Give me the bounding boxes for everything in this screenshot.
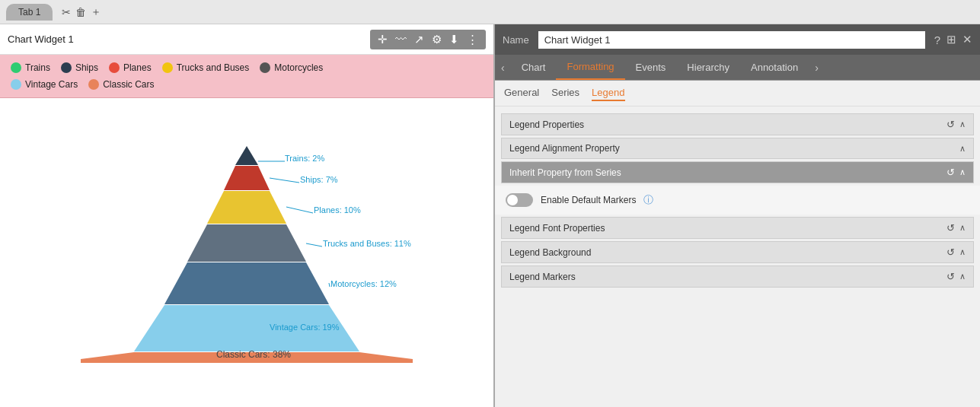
- tab-1[interactable]: Tab 1: [6, 4, 53, 21]
- legend-item-planes: Planes: [109, 62, 152, 73]
- tab-events[interactable]: Events: [625, 56, 677, 79]
- legend-alignment-label: Legend Alignment Property: [509, 143, 620, 154]
- info-icon[interactable]: ⓘ: [643, 193, 653, 207]
- ships-dot: [61, 62, 72, 73]
- planes-dot: [109, 62, 120, 73]
- collapse-icon-3[interactable]: ∧: [959, 223, 966, 233]
- header-icons: ? ⊞ ✕: [934, 33, 972, 46]
- toggle-row: Enable Default Markers ⓘ: [495, 186, 980, 215]
- subtab-series[interactable]: Series: [551, 85, 579, 101]
- segment-planes: [207, 191, 286, 224]
- section-legend-background: Legend Background ↺ ∧: [501, 241, 974, 263]
- legend-properties-header[interactable]: Legend Properties ↺ ∧: [501, 113, 974, 135]
- trains-label: Trains: [25, 62, 50, 73]
- section-legend-markers: Legend Markers ↺ ∧: [501, 266, 974, 288]
- legend-background-icons: ↺ ∧: [946, 246, 966, 258]
- right-header: Name ? ⊞ ✕: [495, 24, 980, 55]
- planes-label: Planes: [123, 62, 152, 73]
- motorcycles-dot: [260, 62, 270, 73]
- delete-icon[interactable]: 🗑: [75, 6, 86, 18]
- legend-item-vintage: Vintage Cars: [11, 79, 78, 90]
- collapse-icon-4[interactable]: ∧: [959, 247, 966, 257]
- legend-item-ships: Ships: [61, 62, 98, 73]
- segment-motorcycles: [164, 262, 329, 304]
- maximize-icon[interactable]: ⊞: [946, 33, 956, 46]
- legend-row-2: Vintage Cars Classic Cars: [11, 79, 483, 90]
- label-vintage: Vintage Cars: 19%: [270, 323, 340, 332]
- tab-formatting[interactable]: Formatting: [556, 55, 624, 80]
- toggle-knob: [507, 195, 518, 205]
- section-legend-font: Legend Font Properties ↺ ∧: [501, 217, 974, 239]
- cut-icon[interactable]: ✂: [62, 6, 71, 18]
- refresh-icon-3[interactable]: ↺: [946, 222, 955, 234]
- inherit-property-label: Inherit Property from Series: [509, 167, 621, 178]
- legend-item-trains: Trains: [11, 62, 50, 73]
- legend-alignment-header[interactable]: Legend Alignment Property ∧: [501, 138, 974, 159]
- tab-chart[interactable]: Chart: [511, 56, 557, 79]
- legend-markers-label: Legend Markers: [509, 272, 576, 282]
- tab-hierarchy[interactable]: Hierarchy: [676, 56, 740, 79]
- add-icon[interactable]: ＋: [91, 5, 101, 19]
- prev-tab-arrow[interactable]: ‹: [495, 56, 511, 80]
- motorcycles-label: Motorcycles: [274, 62, 323, 73]
- legend-row-1: Trains Ships Planes Trucks and Buses Mot…: [11, 62, 483, 73]
- refresh-icon-dark[interactable]: ↺: [946, 167, 955, 178]
- legend-font-icons: ↺ ∧: [946, 222, 966, 234]
- collapse-icon-dark[interactable]: ∧: [959, 167, 966, 177]
- trucks-dot: [162, 62, 173, 73]
- legend-font-label: Legend Font Properties: [509, 223, 605, 234]
- trains-dot: [11, 62, 21, 73]
- classic-label: Classic Cars: [103, 79, 154, 90]
- sub-tabs-row: General Series Legend: [495, 81, 980, 107]
- name-input[interactable]: [538, 31, 925, 49]
- widget-toolbar: ✛ 〰 ↗ ⚙ ⬇ ⋮: [370, 30, 486, 49]
- section-legend-properties: Legend Properties ↺ ∧: [501, 113, 974, 135]
- subtab-legend[interactable]: Legend: [592, 85, 624, 101]
- collapse-icon-1[interactable]: ∧: [959, 119, 966, 129]
- classic-dot: [88, 79, 99, 90]
- inherit-property-header[interactable]: Inherit Property from Series ↺ ∧: [501, 161, 974, 183]
- move-icon[interactable]: ✛: [378, 33, 388, 46]
- legend-markers-header[interactable]: Legend Markers ↺ ∧: [501, 266, 974, 288]
- legend-area: Trains Ships Planes Trucks and Buses Mot…: [0, 55, 493, 98]
- download-icon[interactable]: ⬇: [449, 33, 459, 46]
- line-motorcycles: [329, 283, 330, 287]
- legend-background-header[interactable]: Legend Background ↺ ∧: [501, 241, 974, 263]
- default-markers-toggle[interactable]: [506, 193, 533, 207]
- segment-trains: [235, 146, 258, 165]
- pyramid-chart: Trains: 2% Ships: 7% Planes: 10% Trucks …: [64, 131, 429, 374]
- top-bar: Tab 1 ✂ 🗑 ＋: [0, 0, 980, 24]
- tab-annotation[interactable]: Annotation: [740, 56, 809, 79]
- close-icon[interactable]: ✕: [962, 33, 972, 46]
- label-planes: Planes: 10%: [314, 205, 361, 215]
- legend-properties-label: Legend Properties: [509, 119, 584, 130]
- toggle-label: Enable Default Markers: [541, 195, 636, 205]
- legend-markers-icons: ↺ ∧: [946, 271, 966, 282]
- more-icon[interactable]: ⋮: [467, 33, 478, 46]
- label-classic: Classic Cars: 38%: [216, 349, 291, 360]
- section-legend-alignment: Legend Alignment Property ∧: [501, 138, 974, 159]
- right-panel: Name ? ⊞ ✕ ‹ Chart Formatting Events Hie…: [495, 24, 980, 407]
- label-ships: Ships: 7%: [300, 175, 338, 184]
- line-trucks: [306, 243, 322, 246]
- vintage-label: Vintage Cars: [25, 79, 78, 90]
- next-tab-arrow[interactable]: ›: [809, 56, 825, 80]
- settings-icon[interactable]: ⚙: [432, 33, 442, 46]
- widget-title-bar: Chart Widget 1 ✛ 〰 ↗ ⚙ ⬇ ⋮: [0, 24, 493, 55]
- edit-icon[interactable]: 〰: [395, 33, 407, 46]
- legend-font-header[interactable]: Legend Font Properties ↺ ∧: [501, 217, 974, 239]
- left-panel: Chart Widget 1 ✛ 〰 ↗ ⚙ ⬇ ⋮ Trains Ships: [0, 24, 495, 407]
- trucks-label: Trucks and Buses: [177, 62, 250, 73]
- refresh-icon-1[interactable]: ↺: [946, 119, 955, 130]
- legend-item-trucks: Trucks and Buses: [162, 62, 250, 73]
- tabs-row: ‹ Chart Formatting Events Hierarchy Anno…: [495, 55, 980, 81]
- label-trucks: Trucks and Buses: 11%: [323, 239, 411, 248]
- refresh-icon-5[interactable]: ↺: [946, 271, 955, 282]
- subtab-general[interactable]: General: [504, 85, 539, 101]
- collapse-icon-2[interactable]: ∧: [959, 144, 966, 154]
- refresh-icon-4[interactable]: ↺: [946, 246, 955, 258]
- collapse-icon-5[interactable]: ∧: [959, 272, 966, 281]
- link-icon[interactable]: ↗: [414, 33, 424, 46]
- legend-item-classic: Classic Cars: [88, 79, 154, 90]
- help-icon[interactable]: ?: [934, 33, 940, 46]
